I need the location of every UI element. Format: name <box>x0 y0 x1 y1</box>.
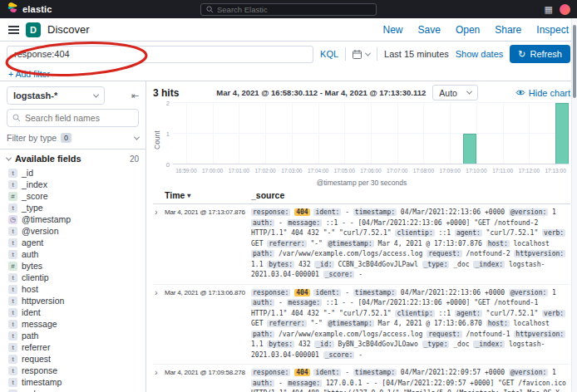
column-header-source[interactable]: _source <box>251 190 570 200</box>
field-item-referrer[interactable]: treferrer <box>7 341 139 353</box>
y-tick-label: 1 <box>166 130 170 138</box>
source-field-name: message: <box>287 380 323 387</box>
query-input[interactable] <box>7 46 313 63</box>
source-field-name: host: <box>486 320 510 327</box>
source-field-name: @version: <box>509 369 548 376</box>
expand-doc-icon[interactable]: › <box>153 288 165 297</box>
field-item-verb[interactable]: tverb <box>7 388 139 392</box>
refresh-button[interactable]: ↻ Refresh <box>510 45 570 63</box>
apps-icon[interactable]: ▦ <box>545 5 553 14</box>
source-field-name: @timestamp: <box>327 320 374 327</box>
column-header-time[interactable]: Time ▾ <box>165 190 251 200</box>
elastic-logo-icon[interactable] <box>7 2 18 17</box>
field-item-_score[interactable]: #_score <box>7 190 139 202</box>
chevron-down-icon <box>365 50 371 56</box>
filter-bar: + Add filter <box>0 66 577 81</box>
source-value: /var/www/example.com/logs/access.log <box>279 250 422 257</box>
source-field-name: _index: <box>473 261 505 268</box>
field-item-host[interactable]: thost <box>7 283 139 295</box>
documents-table: Time ▾ _source ›Mar 4, 2021 @ 17:13:07.8… <box>153 188 570 392</box>
date-picker-button[interactable] <box>353 50 370 59</box>
field-type-icon: t <box>8 273 17 282</box>
source-field-name: ident: <box>313 289 341 296</box>
field-type-icon: t <box>8 169 17 178</box>
index-pattern-selector[interactable]: logstash-* <box>7 86 105 105</box>
source-field-name: timestamp: <box>353 369 397 376</box>
menu-icon[interactable] <box>8 26 19 34</box>
highlighted-value: 404 <box>294 369 309 376</box>
source-value: ::1 <box>439 310 451 317</box>
filter-by-type-button[interactable]: Filter by type 0 <box>7 131 139 145</box>
app-navbar: D Discover New Save Open Share Inspect <box>0 18 577 42</box>
source-field-name: _type: <box>422 341 450 348</box>
field-item-@version[interactable]: t@version <box>7 225 139 237</box>
source-field-name: agent: <box>455 310 482 317</box>
field-search[interactable] <box>7 109 139 127</box>
field-item-bytes[interactable]: #bytes <box>7 260 139 272</box>
field-item-ident[interactable]: tident <box>7 306 139 318</box>
menu-item-new[interactable]: New <box>383 24 403 36</box>
global-search-input[interactable] <box>217 5 371 14</box>
gridline <box>265 103 266 164</box>
x-tick-label: 16:59:00 <box>175 168 196 174</box>
user-avatar[interactable] <box>560 4 570 15</box>
gridline <box>450 103 451 164</box>
hide-chart-button[interactable]: Hide chart <box>515 88 570 98</box>
table-row: ›Mar 4, 2021 @ 17:13:06.870response: 404… <box>153 285 570 365</box>
source-field-name: httpversion: <box>514 250 565 257</box>
histogram-bar[interactable] <box>463 134 476 164</box>
field-item-_id[interactable]: t_id <box>7 167 139 179</box>
calendar-icon <box>353 50 362 59</box>
source-field-name: verb: <box>542 229 565 237</box>
source-field-name: host: <box>486 240 510 247</box>
gridline <box>186 103 187 164</box>
global-header: elastic ▦ <box>0 0 577 18</box>
add-filter-button[interactable]: + Add filter <box>8 69 50 79</box>
source-field-name: httpversion: <box>514 331 565 338</box>
scrollbar[interactable] <box>571 18 577 392</box>
field-item-_index[interactable]: t_index <box>7 179 139 190</box>
menu-item-share[interactable]: Share <box>495 24 521 36</box>
source-field-name: timestamp: <box>353 289 397 296</box>
header-actions: ▦ <box>545 4 570 15</box>
expand-doc-icon[interactable]: › <box>153 368 165 377</box>
collapse-sidebar-icon[interactable]: ⇤ <box>131 91 139 101</box>
query-language-button[interactable]: KQL <box>320 49 338 59</box>
menu-item-inspect[interactable]: Inspect <box>536 24 569 36</box>
index-pattern-label: logstash-* <box>13 91 57 100</box>
field-item-request[interactable]: trequest <box>7 353 139 365</box>
field-item-response[interactable]: tresponse <box>7 365 139 376</box>
menu-item-open[interactable]: Open <box>456 24 480 36</box>
field-item-clientip[interactable]: tclientip <box>7 272 139 283</box>
source-field-name: message: <box>287 299 323 306</box>
source-field-name: request: <box>427 331 462 338</box>
interval-select[interactable]: Auto <box>432 85 478 100</box>
field-search-input[interactable] <box>25 113 133 123</box>
time-range-label[interactable]: Last 15 minutes <box>384 49 449 59</box>
search-icon <box>206 6 214 13</box>
chart-plot <box>173 103 569 164</box>
expand-doc-icon[interactable]: › <box>153 208 165 217</box>
global-search[interactable] <box>200 3 377 16</box>
field-item-timestamp[interactable]: ttimestamp <box>7 376 139 388</box>
scrollbar-thumb[interactable] <box>573 25 576 98</box>
available-fields-header[interactable]: Available fields 20 <box>7 154 139 164</box>
gridline <box>239 103 239 164</box>
show-dates-button[interactable]: Show dates <box>456 49 503 59</box>
field-item-message[interactable]: tmessage <box>7 318 139 330</box>
field-item-httpversion[interactable]: thttpversion <box>7 295 139 306</box>
field-item-_type[interactable]: t_type <box>7 202 139 213</box>
field-item-path[interactable]: tpath <box>7 330 139 341</box>
field-item-@timestamp[interactable]: ◷@timestamp <box>7 213 139 225</box>
field-item-auth[interactable]: tauth <box>7 248 139 260</box>
menu-item-save[interactable]: Save <box>418 24 441 36</box>
results-header: 3 hits Mar 4, 2021 @ 16:58:30.112 - Mar … <box>153 81 570 101</box>
field-item-agent[interactable]: tagent <box>7 237 139 248</box>
source-value: - <box>345 289 349 296</box>
histogram-bar[interactable] <box>555 103 569 164</box>
source-field-name: path: <box>251 250 274 257</box>
gridline <box>213 103 214 164</box>
field-type-icon: t <box>8 378 17 387</box>
source-value: Mar 4, 2021 @ 17:13:07.876 <box>378 240 482 247</box>
content-area: logstash-* ⇤ Filter by type 0 Available … <box>0 81 577 392</box>
